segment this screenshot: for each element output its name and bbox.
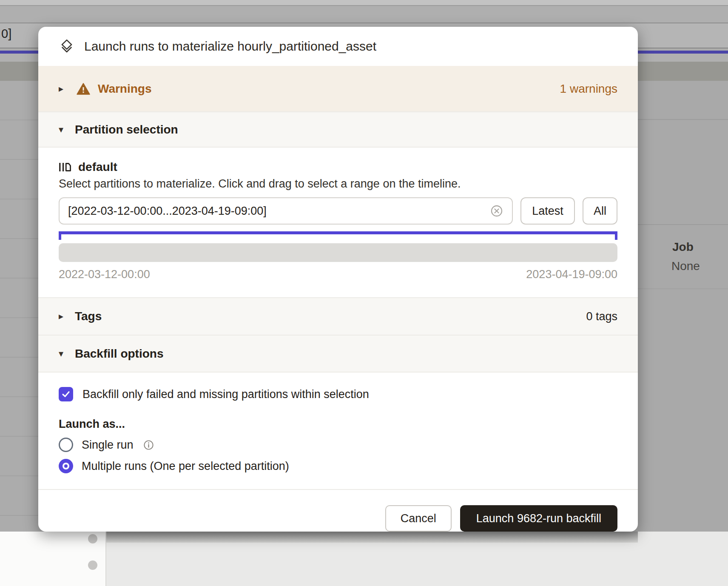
backdrop-band	[0, 0, 728, 5]
warnings-count: 1 warnings	[560, 82, 617, 96]
single-run-label: Single run	[82, 438, 134, 452]
launch-backfill-button[interactable]: Launch 9682-run backfill	[460, 505, 617, 532]
caret-right-icon: ▸	[59, 311, 69, 322]
latest-button[interactable]: Latest	[520, 197, 575, 225]
tags-section-toggle[interactable]: ▸ Tags 0 tags	[38, 297, 638, 335]
background-job-column-header: Job	[672, 240, 694, 254]
selection-range-bar	[59, 231, 617, 234]
partition-dimension-icon	[59, 161, 71, 173]
caret-right-icon: ▸	[59, 83, 69, 94]
tags-count: 0 tags	[586, 310, 617, 323]
launch-backfill-button-label: Launch 9682-run backfill	[476, 512, 601, 525]
status-dot	[88, 560, 97, 570]
warnings-section-toggle[interactable]: ▸ Warnings 1 warnings	[38, 66, 638, 111]
multiple-runs-label: Multiple runs (One per selected partitio…	[82, 460, 289, 473]
check-icon	[61, 389, 71, 399]
modal-drop-shadow	[38, 532, 638, 543]
backfill-options-toggle[interactable]: ▾ Backfill options	[38, 335, 638, 373]
all-button-label: All	[594, 205, 606, 218]
cancel-button-label: Cancel	[401, 512, 436, 525]
partition-range-value: [2022-03-12-00:00...2023-04-19-09:00]	[68, 205, 490, 218]
radio-unselected-icon[interactable]	[59, 438, 73, 452]
backfill-options-body: Backfill only failed and missing partiti…	[38, 373, 638, 473]
timeline-date-labels: 2022-03-12-00:00 2023-04-19-09:00	[59, 268, 617, 297]
partition-controls: [2022-03-12-00:00...2023-04-19-09:00] La…	[59, 197, 617, 225]
partition-selection-header: Partition selection	[75, 123, 178, 137]
partition-selection-toggle[interactable]: ▾ Partition selection	[38, 111, 638, 148]
dimension-name: default	[78, 160, 117, 174]
clear-selection-icon[interactable]	[490, 204, 503, 218]
info-icon[interactable]	[143, 439, 154, 451]
dialog-footer: Cancel Launch 9682-run backfill	[38, 489, 638, 532]
backfill-only-failed-option[interactable]: Backfill only failed and missing partiti…	[59, 387, 617, 401]
selection-range-start-tick	[59, 234, 61, 240]
launch-as-label: Launch as...	[59, 418, 617, 431]
backfill-only-failed-label: Backfill only failed and missing partiti…	[82, 388, 369, 401]
warnings-label: Warnings	[98, 82, 152, 96]
partition-timeline[interactable]	[59, 243, 617, 262]
radio-selected-icon[interactable]	[59, 459, 73, 473]
partition-range-input[interactable]: [2022-03-12-00:00...2023-04-19-09:00]	[59, 197, 513, 225]
multiple-runs-option[interactable]: Multiple runs (One per selected partitio…	[59, 459, 617, 473]
screen: 0] Job None Launch runs to materialize h…	[0, 0, 728, 586]
selection-range-end-tick	[615, 234, 617, 240]
backdrop-band	[0, 6, 728, 23]
checkbox-checked-icon[interactable]	[59, 387, 73, 401]
warning-triangle-icon	[77, 82, 90, 95]
backfill-options-header: Backfill options	[75, 347, 163, 361]
backdrop-divider	[638, 288, 728, 289]
launch-backfill-dialog: Launch runs to materialize hourly_partit…	[38, 27, 638, 532]
selection-range-indicator	[59, 231, 617, 240]
latest-button-label: Latest	[532, 205, 563, 218]
asset-layers-icon	[59, 38, 75, 54]
timeline-end-date: 2023-04-19-09:00	[526, 268, 617, 281]
backdrop-divider	[638, 119, 728, 120]
dialog-header: Launch runs to materialize hourly_partit…	[38, 27, 638, 66]
tags-header: Tags	[75, 310, 102, 323]
background-job-column-value: None	[671, 259, 700, 273]
timeline-start-date: 2022-03-12-00:00	[59, 268, 150, 281]
status-dot	[88, 534, 97, 543]
dialog-title: Launch runs to materialize hourly_partit…	[84, 39, 376, 54]
single-run-option[interactable]: Single run	[59, 438, 617, 452]
backdrop-divider	[638, 224, 728, 225]
partition-selection-description: Select partitions to materialize. Click …	[59, 177, 617, 191]
partition-selection-body: default Select partitions to materialize…	[38, 148, 638, 297]
background-partial-input-text: 0]	[1, 27, 11, 41]
caret-down-icon: ▾	[59, 348, 69, 359]
all-button[interactable]: All	[583, 197, 617, 225]
dimension-row: default	[59, 160, 617, 174]
cancel-button[interactable]: Cancel	[385, 505, 452, 532]
backdrop-right-column	[638, 81, 728, 532]
caret-down-icon: ▾	[59, 124, 69, 135]
